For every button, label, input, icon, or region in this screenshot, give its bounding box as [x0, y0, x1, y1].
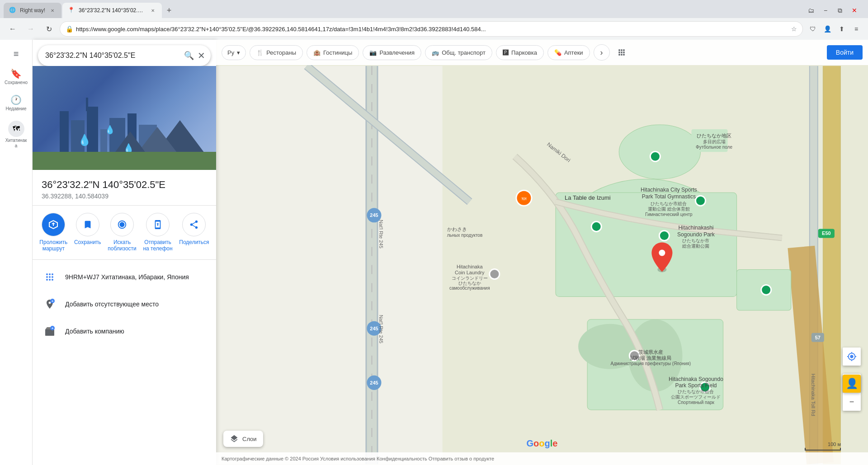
minimize-button[interactable]: − [819, 4, 832, 17]
shield-icon[interactable]: 🛡 [807, 23, 819, 35]
pegman-container[interactable]: 👤 [843, 375, 861, 393]
map-mode-button[interactable]: Ру ▾ [222, 45, 246, 60]
filter-pharmacy[interactable]: 💊 Аптеки [547, 45, 590, 60]
filter-hotels[interactable]: 🏨 Гостиницы [307, 45, 359, 60]
svg-rect-16 [216, 66, 443, 464]
svg-rect-12 [45, 329, 54, 336]
google-g2: g [545, 438, 550, 448]
scale-line [805, 448, 841, 451]
map-svg: 245 245 245 E50 57 [216, 65, 868, 465]
sidebar-saved-label: Сохранено [5, 80, 28, 85]
bookmark-icon: 🔖 [10, 68, 22, 79]
zoom-out-button[interactable]: − [843, 393, 861, 411]
svg-point-5 [49, 276, 51, 278]
directions-icon [42, 213, 65, 236]
filter-parking[interactable]: 🅿 Парковка [496, 45, 544, 60]
back-button[interactable]: ← [5, 22, 20, 36]
google-logo: Google [527, 438, 558, 449]
tab2-close-icon[interactable]: ✕ [149, 7, 156, 14]
sidebar-recent-label: Недавние [6, 106, 27, 112]
filter-entertainment[interactable]: 📷 Развлечения [363, 45, 421, 60]
scale-bar: 100 м [805, 442, 841, 451]
maximize-button[interactable]: ⧉ [834, 4, 846, 17]
add-business-item[interactable]: + Добавить компанию [33, 318, 216, 345]
close-button[interactable]: ✕ [848, 4, 861, 17]
history-icon: 🕐 [10, 94, 22, 105]
hotels-icon: 🏨 [313, 49, 321, 56]
address-bar[interactable] [76, 26, 788, 33]
search-input[interactable] [45, 52, 180, 60]
svg-text:245: 245 [370, 212, 378, 218]
svg-text:運動公園 総合体育館: 運動公園 総合体育館 [648, 207, 690, 211]
scale-label: 100 м [828, 442, 841, 447]
star-icon[interactable]: ☆ [791, 25, 797, 33]
svg-text:E50: E50 [822, 230, 831, 236]
apps-icon-button[interactable] [613, 44, 630, 61]
svg-text:総合運動公園: 総合運動公園 [682, 244, 709, 249]
transport-label: Общ. транспорт [442, 49, 486, 56]
svg-point-2 [46, 276, 48, 278]
svg-text:Hitachinaka Sogoundo: Hitachinaka Sogoundo [669, 376, 723, 382]
filter-restaurants[interactable]: 🍴 Рестораны [250, 45, 303, 60]
send-to-phone-button[interactable]: Отправитьна телефон [143, 213, 172, 252]
svg-text:+: + [52, 299, 54, 303]
menu-icon[interactable]: ≡ [850, 23, 863, 35]
profile-icon[interactable]: 👤 [821, 23, 834, 35]
water-drop-1: 💧 [78, 134, 91, 146]
search-button[interactable]: 🔍 [184, 51, 194, 61]
tab-1[interactable]: 🌐 Right way! ✕ [4, 3, 61, 18]
layers-button[interactable]: Слои [223, 431, 263, 447]
sidebar-item-saved[interactable]: 🔖 Сохранено [2, 65, 31, 89]
more-filters-button[interactable]: › [594, 44, 610, 61]
share-button[interactable]: Поделиться [179, 213, 209, 252]
map-preview: 💧 💧 💧 [33, 66, 216, 170]
file-manager-icon[interactable]: 🗂 [805, 4, 817, 17]
svg-point-9 [52, 279, 53, 281]
navigation-bar: ← → ↻ 🔒 ☆ 🛡 👤 ⬆ ≡ [0, 18, 868, 40]
svg-text:Hitachinaka: Hitachinaka [457, 264, 483, 270]
svg-text:Sogoundo Park: Sogoundo Park [677, 231, 715, 238]
hamburger-icon: ≡ [14, 49, 19, 59]
search-box-container: 🔍 ✕ [38, 45, 211, 66]
signin-button[interactable]: Войти [827, 45, 863, 60]
svg-point-8 [52, 276, 53, 278]
upload-icon[interactable]: ⬆ [835, 23, 848, 35]
filter-transport[interactable]: 🚌 Общ. транспорт [425, 45, 492, 60]
plus-code-item[interactable]: 9HRM+WJ7 Хитатинака, Ибараки, Япония [33, 263, 216, 291]
forward-button[interactable]: → [24, 22, 38, 36]
svg-text:公園スポーツフィールド: 公園スポーツフィールド [671, 395, 721, 399]
tab1-close-icon[interactable]: ✕ [49, 7, 56, 14]
save-button[interactable]: Сохранить [74, 213, 101, 252]
pegman-icon[interactable]: 👤 [843, 375, 861, 393]
svg-point-6 [49, 279, 51, 281]
svg-point-1 [46, 273, 48, 275]
tab-2[interactable]: 📍 36°23'32.2"N 140°35'02.5"E – G... ✕ [62, 3, 162, 18]
svg-text:Администрация префектуры (Япон: Администрация префектуры (Япония) [611, 361, 691, 366]
share-label: Поделиться [179, 239, 209, 245]
google-g: G [527, 438, 534, 448]
tab2-title: 36°23'32.2"N 140°35'02.5"E – G... [79, 7, 146, 14]
sidebar-item-menu[interactable]: ≡ [2, 45, 31, 63]
window-controls: 🗂 − ⧉ ✕ [805, 4, 864, 17]
svg-text:Nat'l Rte 245: Nat'l Rte 245 [378, 315, 384, 343]
building-1 [60, 111, 69, 152]
svg-point-54 [490, 269, 500, 279]
svg-text:コインランドリー: コインランドリー [452, 276, 488, 281]
directions-button[interactable]: Проложитьмаршрут [39, 213, 67, 252]
building-top [86, 98, 88, 111]
sidebar-item-recent[interactable]: 🕐 Недавние [2, 91, 31, 115]
nearby-label: Искатьпоблизости [108, 239, 136, 252]
add-place-item[interactable]: + Добавить отсутствующее место [33, 291, 216, 318]
sidebar-item-map[interactable]: 🗺 Хитатинак а [2, 117, 31, 152]
map-area[interactable]: Ру ▾ 🍴 Рестораны 🏨 Гостиницы 📷 Развлечен… [216, 40, 868, 465]
parking-label: Парковка [511, 49, 537, 56]
reload-button[interactable]: ↻ [42, 22, 56, 36]
nearby-icon [110, 213, 134, 236]
my-location-button[interactable] [843, 348, 861, 366]
svg-text:245: 245 [370, 380, 378, 385]
clear-search-button[interactable]: ✕ [198, 50, 205, 61]
nearby-button[interactable]: Искатьпоблизости [108, 213, 136, 252]
attribution-text: Картографические данные © 2024 Россия Ус… [222, 456, 494, 461]
svg-text:Спортивный парк: Спортивный парк [678, 400, 715, 405]
new-tab-button[interactable]: + [163, 4, 175, 17]
